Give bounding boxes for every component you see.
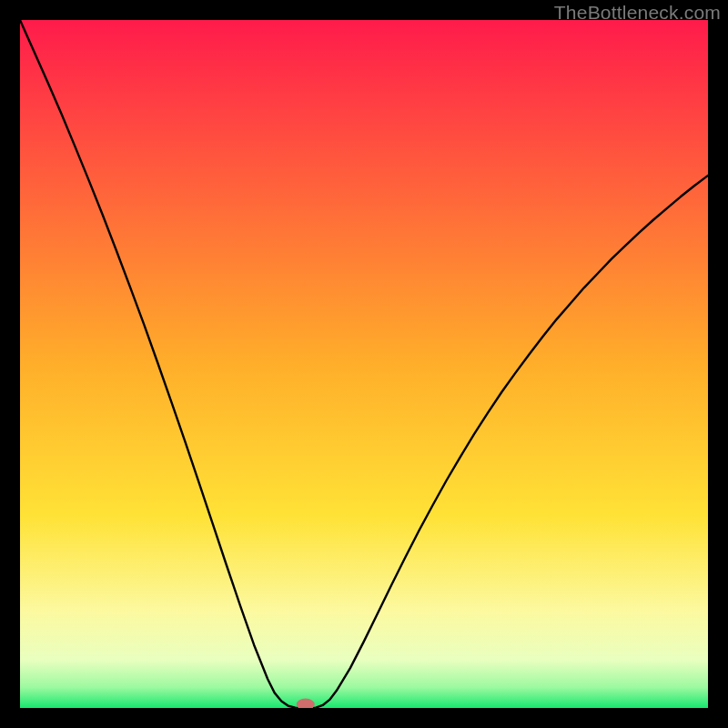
gradient-background (20, 20, 708, 708)
watermark-text: TheBottleneck.com (554, 2, 721, 24)
chart-frame (20, 20, 708, 708)
bottleneck-chart (20, 20, 708, 708)
